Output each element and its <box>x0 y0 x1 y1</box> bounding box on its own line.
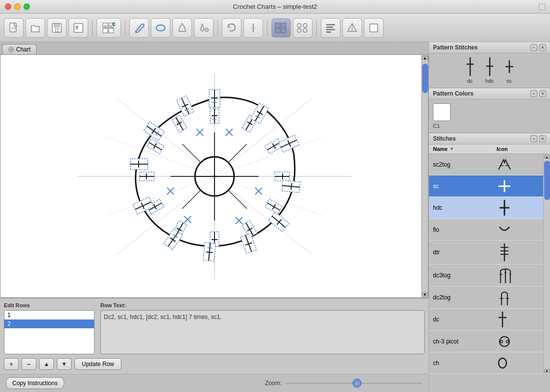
move-row-down-button[interactable]: ▼ <box>57 358 72 370</box>
stitch-row-dc2tog[interactable]: dc2tog <box>429 287 543 309</box>
chart-tab[interactable]: × Chart <box>2 44 37 54</box>
new-button[interactable] <box>4 18 24 38</box>
resize-button[interactable] <box>539 3 545 10</box>
stitch-row-hdc[interactable]: hdc <box>429 197 543 219</box>
select-oval-button[interactable] <box>151 18 170 38</box>
edit-rows-right: Row Text: Dc2, sc1, hdc1, [dc2, sc1, hdc… <box>100 302 425 354</box>
toolbar-separator-5 <box>316 19 317 37</box>
title-bar-right <box>539 3 545 10</box>
vscroll-thumb[interactable] <box>422 64 428 93</box>
grid-pattern-1-button[interactable] <box>271 18 291 38</box>
pattern-stitch-sc[interactable]: sc <box>503 57 515 84</box>
draw-tool-button[interactable] <box>129 18 149 38</box>
stitch-row-ch3picot[interactable]: ch-3 picot <box>429 331 543 352</box>
add-row-button[interactable]: + <box>4 358 19 370</box>
shape-tool-button[interactable] <box>172 18 192 38</box>
rows-list[interactable]: 1 2 <box>4 310 95 354</box>
edit-rows-section: Edit Rows 1 2 Row Text: Dc2, sc1, hdc1, … <box>4 302 425 354</box>
svg-rect-10 <box>109 28 114 33</box>
export-button[interactable] <box>69 18 88 38</box>
hdc-symbol-icon <box>484 57 496 76</box>
pattern-colors-controls[interactable]: – × <box>530 90 546 97</box>
pattern-stitches-title: Pattern Stitches <box>433 44 478 51</box>
left-panel: × Chart <box>0 42 429 392</box>
stitches-scroll-thumb[interactable] <box>544 161 550 200</box>
grid-pattern-2-button[interactable] <box>293 18 312 38</box>
stitches-panel-controls[interactable]: – × <box>530 135 546 142</box>
stitch-row-dc[interactable]: dc <box>429 309 543 331</box>
svg-rect-28 <box>326 26 333 28</box>
pattern-stitches-content: dc hdc <box>429 53 550 88</box>
save-button[interactable] <box>47 18 67 38</box>
triangle-button[interactable] <box>342 18 362 38</box>
stitch-row-sc2tog[interactable]: sc2tog <box>429 154 543 175</box>
text-align-button[interactable] <box>321 18 340 38</box>
ch-icon <box>493 354 543 372</box>
toolbar-separator-4 <box>267 19 267 37</box>
stitch-row-flo[interactable]: flo <box>429 219 543 241</box>
maximize-button[interactable] <box>24 3 30 10</box>
remove-row-button[interactable]: – <box>22 358 36 370</box>
flo-icon <box>493 221 543 239</box>
close-button[interactable] <box>5 3 11 10</box>
svg-point-16 <box>205 28 208 31</box>
stitches-scrollbar[interactable]: ▲ ▼ <box>543 154 550 374</box>
canvas-area[interactable]: ▲ ▼ ◀ ▶ <box>0 54 429 298</box>
pattern-stitches-close[interactable]: × <box>539 44 546 51</box>
dc-stitch-label: dc <box>467 78 473 84</box>
stitches-rows: sc2tog sc <box>429 154 543 374</box>
stitches-panel: Stitches – × Name ▼ Icon sc2tog <box>429 133 550 392</box>
toolbar-separator-2 <box>125 19 125 37</box>
svg-rect-4 <box>54 24 59 27</box>
undo-button[interactable] <box>222 18 241 38</box>
edit-rows-label: Edit Rows <box>4 302 95 308</box>
stitches-grid-button[interactable]: sc dc + <box>96 18 121 38</box>
pattern-stitch-hdc[interactable]: hdc <box>484 57 496 84</box>
move-row-up-button[interactable]: ▲ <box>39 358 54 370</box>
window-controls[interactable] <box>5 3 30 10</box>
row-item-2[interactable]: 2 <box>4 319 94 328</box>
row-text-area[interactable]: Dc2, sc1, hdc1, [dc2, sc1, hdc1] 7 times… <box>100 310 425 354</box>
chart-tab-close[interactable]: × <box>8 47 14 52</box>
stitch-row-ch[interactable]: ch <box>429 352 543 374</box>
row-item-1[interactable]: 1 <box>4 311 94 319</box>
stitches-close[interactable]: × <box>539 135 546 142</box>
horizontal-scrollbar[interactable]: ◀ ▶ <box>0 297 428 298</box>
vertical-line-button[interactable] <box>243 18 263 38</box>
pattern-stitch-dc[interactable]: dc <box>464 57 476 84</box>
pattern-stitches-minimize[interactable]: – <box>530 44 537 51</box>
zoom-thumb[interactable] <box>353 379 361 388</box>
svg-point-173 <box>499 358 506 368</box>
zoom-slider[interactable] <box>286 379 423 387</box>
stitches-scroll-up[interactable]: ▲ <box>544 155 550 159</box>
color-swatch-c1[interactable] <box>433 103 451 121</box>
vertical-scrollbar[interactable]: ▲ ▼ <box>421 55 428 297</box>
sc-icon <box>493 176 543 196</box>
edit-buttons: + – ▲ ▼ Update Row <box>4 358 425 370</box>
pattern-stitches-controls[interactable]: – × <box>530 44 546 51</box>
stitch-row-sc[interactable]: sc <box>429 175 543 197</box>
open-button[interactable] <box>25 18 45 38</box>
pattern-colors-content: C1 <box>429 99 550 133</box>
svg-point-25 <box>297 28 301 32</box>
dc2tog-name: dc2tog <box>429 292 493 303</box>
crochet-chart <box>77 74 352 279</box>
ch3picot-name: ch-3 picot <box>429 336 493 347</box>
color-square-button[interactable] <box>364 18 383 38</box>
stitch-row-dc3tog[interactable]: dc3tog <box>429 265 543 287</box>
title-bar: Crochet Charts – simple-test2 <box>0 0 550 14</box>
fill-tool-button[interactable] <box>194 18 214 38</box>
hdc-icon <box>493 197 543 219</box>
svg-point-172 <box>506 340 509 343</box>
minimize-button[interactable] <box>14 3 21 10</box>
stitches-scroll-down[interactable]: ▼ <box>544 369 550 373</box>
stitch-row-dtr[interactable]: dtr <box>429 241 543 265</box>
copy-instructions-button[interactable]: Copy Instructions <box>6 377 64 389</box>
sc-stitch-label: sc <box>506 78 512 84</box>
update-row-button[interactable]: Update Row <box>74 358 121 370</box>
pattern-colors-close[interactable]: × <box>539 90 546 97</box>
canvas-inner: ▲ ▼ <box>0 55 428 297</box>
pattern-colors-minimize[interactable]: – <box>530 90 537 97</box>
stitches-name-col[interactable]: Name ▼ <box>429 146 493 152</box>
stitches-minimize[interactable]: – <box>530 135 537 142</box>
